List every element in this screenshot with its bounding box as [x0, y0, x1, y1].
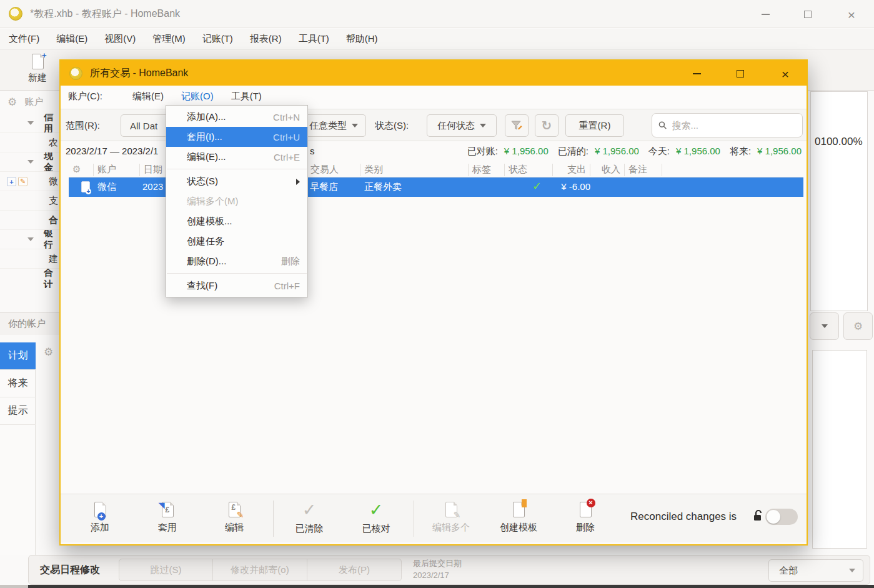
add-button[interactable]: + 添加 — [69, 502, 131, 534]
expander-icon[interactable] — [27, 237, 34, 241]
expander-icon[interactable] — [27, 160, 34, 164]
reconciled-changes-label: Reconciled changes is — [630, 511, 737, 523]
post-button[interactable]: 发布(P) — [307, 559, 402, 581]
sidebar-account-row[interactable]: 支 — [0, 191, 59, 211]
menu-item-create-assignment[interactable]: 创建任务 — [166, 231, 307, 251]
sidebar-grandtotal-row: 合计 — [0, 269, 59, 288]
menu-item-status[interactable]: 状态(S) — [166, 171, 307, 191]
menu-edit[interactable]: 编辑(E) — [126, 91, 170, 109]
range-select[interactable]: 全部 — [768, 559, 863, 582]
sidebar-group-bank[interactable]: 银行 — [0, 230, 59, 249]
menu-item-add[interactable]: 添加(A)...Ctrl+N — [166, 107, 307, 127]
child-minimize-button[interactable] — [685, 66, 708, 82]
inherit-transaction-icon: ◥£ — [162, 502, 174, 517]
column-memo[interactable]: 备注 — [625, 164, 662, 176]
column-tags[interactable]: 标签 — [469, 164, 505, 176]
gear-icon[interactable]: ⚙ — [44, 347, 53, 357]
panel-dropdown-button[interactable] — [810, 312, 839, 340]
column-expense[interactable]: 支出 — [553, 164, 590, 176]
status-label: 状态(S): — [375, 120, 409, 132]
scheduled-actions-group: 跳过(S) 修改并邮寄(o) 发布(P) — [119, 559, 402, 581]
menu-item-create-template[interactable]: 创建模板... — [166, 211, 307, 231]
edit-and-post-button[interactable]: 修改并邮寄(o) — [213, 559, 307, 581]
skip-button[interactable]: 跳过(S) — [119, 559, 213, 581]
reconciled-check-icon: ✓ — [369, 502, 384, 519]
mini-add-icon[interactable]: + — [7, 177, 16, 186]
main-window-title: *教程.xhb - 教程账户 - HomeBank — [30, 7, 180, 21]
main-minimize-button[interactable] — [755, 6, 776, 22]
scheduled-panel — [812, 350, 867, 549]
chevron-down-icon — [480, 124, 486, 127]
cleared-check-icon: ✓ — [302, 502, 317, 519]
sidebar-group-cash[interactable]: 现金 — [0, 152, 59, 172]
menu-item-inherit[interactable]: 套用(I)...Ctrl+U — [166, 127, 307, 147]
column-payee[interactable]: 交易人 — [306, 164, 360, 176]
sidebar-account-row[interactable]: + ✎ 微 — [0, 172, 59, 191]
child-maximize-button[interactable] — [729, 66, 752, 82]
account-balance-panel: 0100.00% — [810, 91, 868, 311]
inherit-button[interactable]: ◥£ 套用 — [136, 502, 199, 534]
panel-settings-button[interactable]: ⚙ — [843, 312, 873, 340]
window-edge — [0, 585, 28, 588]
search-input[interactable] — [672, 120, 796, 131]
expander-icon[interactable] — [27, 121, 34, 125]
menu-file[interactable]: 文件(F) — [9, 33, 39, 45]
child-close-button[interactable]: × — [774, 66, 797, 82]
menu-item-delete[interactable]: 删除(D)...删除 — [166, 251, 307, 271]
refresh-icon: ↻ — [542, 119, 552, 132]
mini-edit-icon[interactable]: ✎ — [18, 177, 27, 186]
delete-icon: × — [580, 502, 592, 517]
menu-tools[interactable]: 工具(T) — [299, 33, 329, 45]
status-select[interactable]: 任何状态 — [427, 114, 497, 137]
cell-date: 2023 — [142, 181, 163, 192]
range-label: 范围(R): — [66, 120, 100, 132]
column-status[interactable]: 状态 — [505, 164, 553, 176]
reconciled-button[interactable]: ✓ 已核对 — [345, 502, 407, 535]
balance-summary: 已对账:¥ 1,956.00 已清的:¥ 1,956.00 今天:¥ 1,956… — [467, 146, 802, 157]
menu-reports[interactable]: 报表(R) — [250, 33, 282, 45]
date-range-text: 2023/2/17 — 2023/2/1 — [66, 146, 158, 156]
menu-account[interactable]: 账户(C): — [62, 91, 109, 109]
menu-manage[interactable]: 管理(M) — [152, 33, 186, 45]
column-category[interactable]: 类别 — [360, 164, 469, 176]
menu-item-find[interactable]: 查找(F)Ctrl+F — [166, 276, 307, 296]
sidebar-group-credit[interactable]: 信用 — [0, 114, 59, 133]
tab-tips[interactable]: 提示 — [0, 397, 36, 425]
refresh-button[interactable]: ↻ — [535, 114, 559, 137]
column-account[interactable]: 账户 — [94, 164, 140, 176]
left-tabstrip: 计划 将来 提示 — [0, 342, 36, 555]
accounts-panel-header: ⚙ 账户 — [0, 92, 59, 111]
tab-scheduled[interactable]: 计划 — [0, 342, 36, 370]
menu-item-edit[interactable]: 编辑(E)...Ctrl+E — [166, 147, 307, 167]
accounts-header-label: 账户 — [24, 96, 43, 108]
new-file-button[interactable]: + 新建 — [17, 54, 57, 84]
filter-edit-button[interactable] — [505, 114, 529, 137]
transaction-actionbar: + 添加 ◥£ 套用 £✎ 编辑 ✓ 已清除 ✓ 已核对 ✎ — [61, 494, 807, 542]
column-income[interactable]: 收入 — [590, 164, 625, 176]
cleared-button[interactable]: ✓ 已清除 — [278, 502, 340, 535]
edit-transaction-icon: £✎ — [229, 502, 241, 517]
divider — [414, 501, 414, 537]
tab-future[interactable]: 将来 — [0, 370, 36, 397]
main-titlebar: *教程.xhb - 教程账户 - HomeBank × — [0, 0, 874, 28]
cell-expense: ¥ -6.00 — [553, 181, 590, 192]
menu-view[interactable]: 视图(V) — [104, 33, 136, 45]
menu-edit[interactable]: 编辑(E) — [56, 33, 87, 45]
create-template-button[interactable]: 创建模板 — [487, 502, 550, 534]
menu-help[interactable]: 帮助(H) — [346, 33, 378, 45]
sidebar-account-row[interactable]: 农 — [0, 133, 59, 152]
menu-transactions[interactable]: 记账(T) — [202, 33, 233, 45]
main-maximize-button[interactable] — [797, 6, 818, 22]
column-settings-header[interactable]: ⚙ — [69, 164, 94, 176]
gear-icon[interactable]: ⚙ — [7, 97, 17, 107]
reconciled-lock-toggle[interactable] — [765, 509, 798, 525]
search-icon — [658, 121, 667, 130]
child-titlebar[interactable]: 所有交易 - HomeBank × — [61, 61, 807, 86]
homebank-main-window: *教程.xhb - 教程账户 - HomeBank × 文件(F) 编辑(E) … — [0, 0, 874, 588]
edit-button[interactable]: £✎ 编辑 — [203, 502, 266, 534]
sidebar-account-row[interactable]: 建 — [0, 249, 59, 269]
submenu-arrow-icon — [296, 179, 300, 185]
reset-button[interactable]: 重置(R) — [565, 114, 624, 137]
delete-button[interactable]: × 删除 — [554, 502, 617, 534]
main-close-button[interactable]: × — [841, 6, 862, 22]
